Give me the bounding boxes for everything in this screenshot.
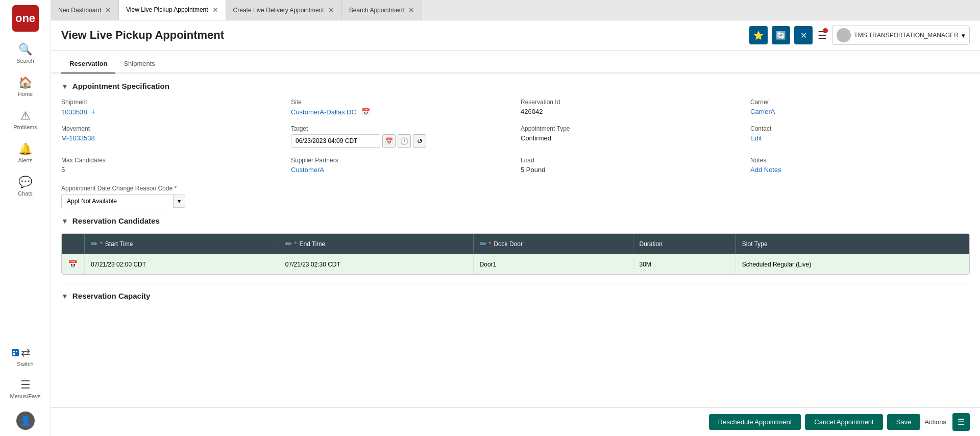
- app-logo[interactable]: one: [12, 5, 39, 32]
- cell-end-time: 07/21/23 02:30 CDT: [279, 254, 473, 275]
- sidebar-item-avatar[interactable]: 👤: [0, 405, 51, 436]
- page-header: View Live Pickup Appointment ⭐ 🔄 ✕ ☰ TMS…: [51, 20, 980, 51]
- capacity-section-header[interactable]: ▼ Reservation Capacity: [61, 292, 970, 300]
- refresh-button[interactable]: 🔄: [772, 26, 790, 44]
- th-start-time: ✏ * Start Time: [85, 234, 279, 254]
- sidebar: one 🔍 Search 🏠 Home ⚠ Problems 🔔 Alerts …: [0, 0, 51, 436]
- appointment-spec-title: Appointment Specification: [72, 82, 169, 90]
- contact-edit-link[interactable]: Edit: [750, 134, 970, 142]
- tab-view-live-pickup[interactable]: View Live Pickup Appointment ✕: [119, 0, 226, 20]
- table-header-row: ✏ * Start Time ✏ * End Time: [62, 234, 969, 254]
- reason-code-label: Appointment Date Change Reason Code *: [61, 185, 281, 192]
- close-search-appointment[interactable]: ✕: [408, 7, 414, 14]
- edit-dock-icon: ✏: [480, 239, 486, 249]
- sidebar-item-alerts[interactable]: 🔔 Alerts: [0, 136, 51, 169]
- candidates-table-wrapper: ✏ * Start Time ✏ * End Time: [61, 233, 970, 275]
- carrier-link[interactable]: CarrierA: [750, 108, 970, 115]
- th-end-time: ✏ * End Time: [279, 234, 473, 254]
- reason-code-chevron[interactable]: ▾: [174, 195, 185, 208]
- cancel-appointment-button[interactable]: Cancel Appointment: [805, 414, 883, 430]
- add-shipment-button[interactable]: +: [91, 108, 95, 116]
- field-reason-code: Appointment Date Change Reason Code * Ap…: [61, 185, 281, 208]
- reschedule-appointment-button[interactable]: Reschedule Appointment: [709, 414, 801, 430]
- appointment-type-value: Confirmed: [521, 134, 740, 142]
- notification-dot: [823, 28, 828, 33]
- site-calendar-icon[interactable]: 📅: [361, 108, 370, 116]
- cell-dock-door: Door1: [473, 254, 633, 275]
- site-row: CustomerA-Dallas DC 📅: [291, 108, 510, 116]
- close-page-button[interactable]: ✕: [794, 26, 813, 44]
- header-right: ⭐ 🔄 ✕ ☰ TMS.TRANSPORTATION_MANAGER ▾: [749, 26, 970, 45]
- movement-link[interactable]: M-1033538: [61, 134, 281, 142]
- sidebar-item-search[interactable]: 🔍 Search: [0, 37, 51, 70]
- sidebar-item-chats[interactable]: 💬 Chats: [0, 169, 51, 203]
- field-reservation-id: Reservation Id 426042: [521, 99, 740, 116]
- supplier-partners-link[interactable]: CustomerA: [291, 166, 510, 174]
- th-action: [62, 234, 85, 254]
- field-shipment: Shipment 1033538 +: [61, 99, 281, 116]
- target-clock-button[interactable]: 🕐: [398, 134, 411, 148]
- shipment-link[interactable]: 1033538: [61, 108, 87, 116]
- close-create-live-delivery[interactable]: ✕: [328, 7, 334, 14]
- tab-bar: Neo Dashboard ✕ View Live Pickup Appoint…: [51, 0, 980, 20]
- appointment-spec-header[interactable]: ▼ Appointment Specification: [61, 82, 970, 90]
- target-label: Target: [291, 125, 510, 132]
- sidebar-item-home[interactable]: 🏠 Home: [0, 70, 51, 103]
- tab-shipments[interactable]: Shipments: [115, 56, 163, 74]
- bell-icon: 🔔: [18, 142, 32, 156]
- field-target: Target 📅 🕐 ↺: [291, 125, 510, 148]
- appointment-type-label: Appointment Type: [521, 125, 740, 132]
- supplier-partners-label: Supplier Partners: [291, 157, 510, 164]
- reason-code-select[interactable]: Appt Not Available Carrier Request Shipp…: [61, 194, 174, 208]
- edit-start-icon: ✏: [91, 239, 97, 249]
- candidates-title: Reservation Candidates: [72, 216, 160, 225]
- sidebar-item-switch[interactable]: ⇄ Switch: [0, 341, 51, 372]
- reservation-capacity-section: ▼ Reservation Capacity: [51, 283, 980, 317]
- candidates-collapse-icon: ▼: [61, 217, 68, 225]
- candidates-section-header[interactable]: ▼ Reservation Candidates: [61, 216, 970, 225]
- add-notes-link[interactable]: Add Notes: [750, 166, 970, 174]
- content-tabs: Reservation Shipments: [51, 56, 980, 74]
- tab-reservation[interactable]: Reservation: [61, 56, 115, 74]
- max-candidates-value: 5: [61, 166, 281, 174]
- contact-label: Contact: [750, 125, 970, 132]
- cell-duration: 30M: [633, 254, 736, 275]
- sidebar-item-menus[interactable]: ☰ Menus/Favs: [0, 372, 51, 405]
- reservation-id-value: 426042: [521, 108, 740, 115]
- target-input[interactable]: [291, 134, 380, 148]
- field-site: Site CustomerA-Dallas DC 📅: [291, 99, 510, 116]
- site-link[interactable]: CustomerA-Dallas DC: [291, 108, 356, 116]
- switch-icon: ⇄: [21, 346, 30, 359]
- chat-icon: 💬: [18, 176, 32, 189]
- hamburger-menu-button[interactable]: ☰: [818, 29, 827, 41]
- row-calendar-icon: 📅: [68, 260, 78, 269]
- page-title: View Live Pickup Appointment: [61, 29, 224, 42]
- dropdown-arrow-icon: ▾: [962, 32, 965, 39]
- user-avatar-sidebar: 👤: [16, 411, 35, 430]
- shipment-row: 1033538 +: [61, 108, 281, 116]
- close-neo-dashboard[interactable]: ✕: [105, 7, 111, 14]
- search-icon: 🔍: [18, 43, 32, 56]
- star-button[interactable]: ⭐: [749, 26, 768, 44]
- save-button[interactable]: Save: [887, 414, 921, 430]
- shipment-label: Shipment: [61, 99, 281, 106]
- target-calendar-button[interactable]: 📅: [382, 134, 396, 148]
- field-contact: Contact Edit: [750, 125, 970, 148]
- appointment-spec-form: Shipment 1033538 + Site CustomerA-Dallas…: [61, 99, 970, 208]
- tab-search-appointment[interactable]: Search Appointment ✕: [342, 0, 422, 20]
- reservation-candidates-section: ▼ Reservation Candidates ✏ * Start Time: [51, 216, 980, 283]
- table-row[interactable]: 📅 07/21/23 02:00 CDT 07/21/23 02:30 CDT …: [62, 254, 969, 275]
- collapse-icon: ▼: [61, 82, 68, 90]
- reason-code-row: Appt Not Available Carrier Request Shipp…: [61, 194, 281, 208]
- switch-badge: [12, 349, 19, 356]
- close-view-live-pickup[interactable]: ✕: [212, 6, 218, 13]
- sidebar-item-problems[interactable]: ⚠ Problems: [0, 103, 51, 136]
- main-area: Neo Dashboard ✕ View Live Pickup Appoint…: [51, 0, 980, 436]
- cell-start-time: 07/21/23 02:00 CDT: [85, 254, 279, 275]
- tab-create-live-delivery[interactable]: Create Live Delivery Appointment ✕: [226, 0, 342, 20]
- target-reset-button[interactable]: ↺: [413, 134, 426, 148]
- actions-menu-button[interactable]: ☰: [952, 413, 970, 431]
- user-dropdown[interactable]: TMS.TRANSPORTATION_MANAGER ▾: [832, 26, 970, 45]
- header-actions: ⭐ 🔄 ✕: [749, 26, 813, 44]
- tab-neo-dashboard[interactable]: Neo Dashboard ✕: [51, 0, 119, 20]
